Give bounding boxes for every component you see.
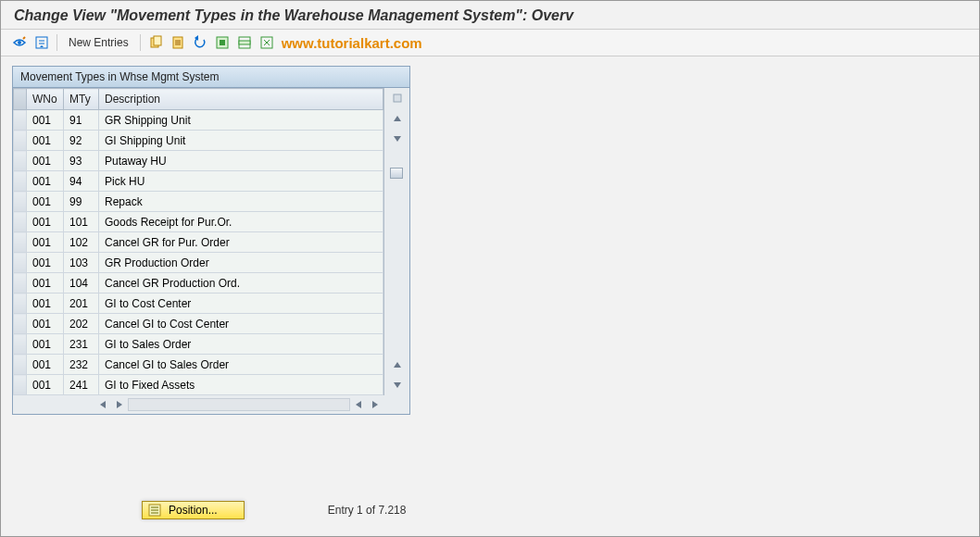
select-all-icon[interactable] (213, 34, 232, 51)
row-selector[interactable] (14, 375, 27, 395)
deselect-all-icon[interactable] (258, 34, 276, 51)
cell-mty[interactable]: 99 (64, 192, 99, 212)
cell-wno[interactable]: 001 (27, 314, 64, 334)
new-entries-button[interactable]: New Entries (63, 36, 134, 49)
cell-wno[interactable]: 001 (27, 212, 64, 232)
cell-wno[interactable]: 001 (27, 110, 64, 131)
cell-desc[interactable]: GI Shipping Unit (99, 131, 383, 151)
cell-wno[interactable]: 001 (27, 273, 64, 293)
cell-desc[interactable]: GI to Cost Center (99, 293, 383, 314)
copy-as-icon[interactable] (146, 34, 165, 51)
cell-desc[interactable]: GR Production Order (99, 253, 383, 273)
cell-desc[interactable]: Pick HU (99, 171, 383, 192)
table-row[interactable]: 001102Cancel GR for Pur. Order (14, 232, 383, 253)
table-row[interactable]: 00194Pick HU (14, 171, 383, 192)
table-row[interactable]: 00192GI Shipping Unit (14, 131, 383, 151)
row-selector[interactable] (14, 334, 27, 355)
row-selector[interactable] (14, 293, 27, 314)
cell-wno[interactable]: 001 (27, 253, 64, 273)
row-selector[interactable] (14, 355, 27, 375)
cell-mty[interactable]: 104 (64, 273, 99, 293)
cell-mty[interactable]: 101 (64, 212, 99, 232)
row-selector[interactable] (14, 253, 27, 273)
cell-mty[interactable]: 232 (64, 355, 99, 375)
cell-mty[interactable]: 94 (64, 171, 99, 192)
cell-mty[interactable]: 202 (64, 314, 99, 334)
row-selector[interactable] (14, 131, 27, 151)
cell-wno[interactable]: 001 (27, 293, 64, 314)
scroll-thumb[interactable] (390, 168, 403, 179)
column-description[interactable]: Description (99, 89, 383, 110)
row-selector[interactable] (14, 314, 27, 334)
scroll-left-step-icon[interactable] (350, 396, 367, 413)
cell-desc[interactable]: Putaway HU (99, 151, 383, 171)
cell-mty[interactable]: 92 (64, 131, 99, 151)
cell-mty[interactable]: 102 (64, 232, 99, 253)
toggle-display-icon[interactable] (10, 34, 29, 51)
vertical-scrollbar[interactable] (383, 88, 409, 395)
cell-wno[interactable]: 001 (27, 355, 64, 375)
scroll-track[interactable] (384, 149, 409, 355)
cell-desc[interactable]: Cancel GR Production Ord. (99, 273, 383, 293)
position-button[interactable]: Position... (142, 501, 245, 519)
cell-desc[interactable]: Repack (99, 192, 383, 212)
scroll-down-icon[interactable] (384, 129, 410, 149)
cell-desc[interactable]: Cancel GR for Pur. Order (99, 232, 383, 253)
scroll-down-step-icon[interactable] (384, 375, 410, 395)
scroll-left-icon[interactable] (94, 396, 111, 413)
row-selector[interactable] (14, 110, 27, 131)
column-wno[interactable]: WNo (27, 89, 64, 110)
table-row[interactable]: 001104Cancel GR Production Ord. (14, 273, 383, 293)
expand-icon[interactable] (32, 34, 51, 51)
row-selector[interactable] (14, 151, 27, 171)
cell-desc[interactable]: GI to Fixed Assets (99, 375, 383, 395)
scroll-up-icon[interactable] (384, 108, 410, 129)
scroll-up-step-icon[interactable] (384, 355, 410, 375)
table-row[interactable]: 001201GI to Cost Center (14, 293, 383, 314)
table-row[interactable]: 001241GI to Fixed Assets (14, 375, 383, 395)
column-select[interactable] (14, 89, 27, 110)
scroll-top-icon[interactable] (384, 88, 410, 108)
hscroll-track[interactable] (128, 398, 350, 411)
undo-change-icon[interactable] (191, 34, 209, 51)
row-selector[interactable] (14, 212, 27, 232)
cell-desc[interactable]: GR Shipping Unit (99, 110, 383, 131)
cell-mty[interactable]: 91 (64, 110, 99, 131)
table-row[interactable]: 00199Repack (14, 192, 383, 212)
table-row[interactable]: 00193Putaway HU (14, 151, 383, 171)
scroll-right-step-icon[interactable] (367, 396, 383, 413)
cell-wno[interactable]: 001 (27, 131, 64, 151)
cell-wno[interactable]: 001 (27, 334, 64, 355)
toolbar: New Entries www.tutorialkart.com (1, 30, 979, 56)
cell-wno[interactable]: 001 (27, 151, 64, 171)
cell-mty[interactable]: 103 (64, 253, 99, 273)
table-row[interactable]: 00191GR Shipping Unit (14, 110, 383, 131)
table-row[interactable]: 001101Goods Receipt for Pur.Or. (14, 212, 383, 232)
cell-wno[interactable]: 001 (27, 232, 64, 253)
cell-desc[interactable]: Goods Receipt for Pur.Or. (99, 212, 383, 232)
table-row[interactable]: 001231GI to Sales Order (14, 334, 383, 355)
scroll-right-icon[interactable] (111, 396, 128, 413)
cell-mty[interactable]: 241 (64, 375, 99, 395)
column-mty[interactable]: MTy (64, 89, 99, 110)
row-selector[interactable] (14, 192, 27, 212)
cell-wno[interactable]: 001 (27, 375, 64, 395)
cell-wno[interactable]: 001 (27, 192, 64, 212)
delete-icon[interactable] (169, 34, 187, 51)
table-row[interactable]: 001232Cancel GI to Sales Order (14, 355, 383, 375)
cell-wno[interactable]: 001 (27, 171, 64, 192)
horizontal-scrollbar[interactable] (13, 395, 409, 414)
cell-mty[interactable]: 231 (64, 334, 99, 355)
cell-mty[interactable]: 201 (64, 293, 99, 314)
select-block-icon[interactable] (235, 34, 254, 51)
table-row[interactable]: 001202Cancel GI to Cost Center (14, 314, 383, 334)
row-selector[interactable] (14, 273, 27, 293)
position-icon (148, 504, 161, 517)
cell-desc[interactable]: GI to Sales Order (99, 334, 383, 355)
row-selector[interactable] (14, 171, 27, 192)
table-row[interactable]: 001103GR Production Order (14, 253, 383, 273)
row-selector[interactable] (14, 232, 27, 253)
cell-desc[interactable]: Cancel GI to Cost Center (99, 314, 383, 334)
cell-desc[interactable]: Cancel GI to Sales Order (99, 355, 383, 375)
cell-mty[interactable]: 93 (64, 151, 99, 171)
